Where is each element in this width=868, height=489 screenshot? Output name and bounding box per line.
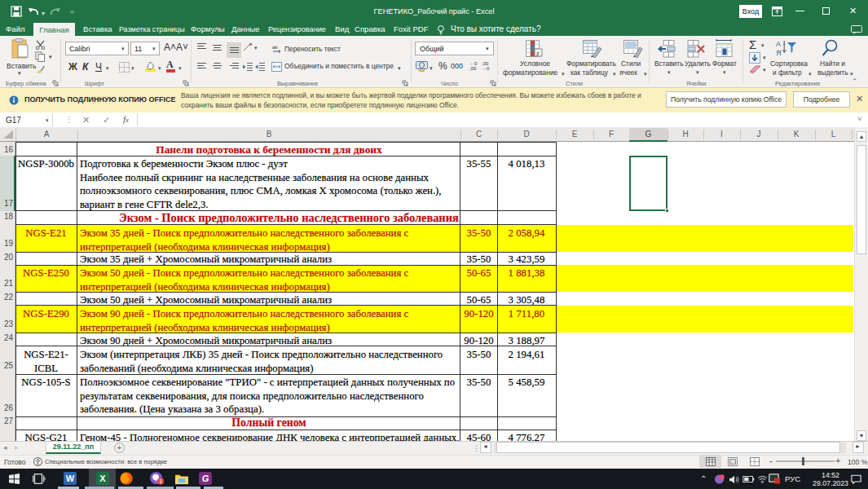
svg-text:z: z bbox=[536, 51, 540, 56]
svg-text:А: А bbox=[776, 40, 781, 48]
svg-text:ab: ab bbox=[272, 45, 278, 50]
svg-text:1: 1 bbox=[159, 478, 162, 484]
svg-text:,00: ,00 bbox=[469, 66, 477, 71]
svg-text:→0: →0 bbox=[482, 66, 490, 71]
svg-text:Я: Я bbox=[776, 49, 782, 57]
